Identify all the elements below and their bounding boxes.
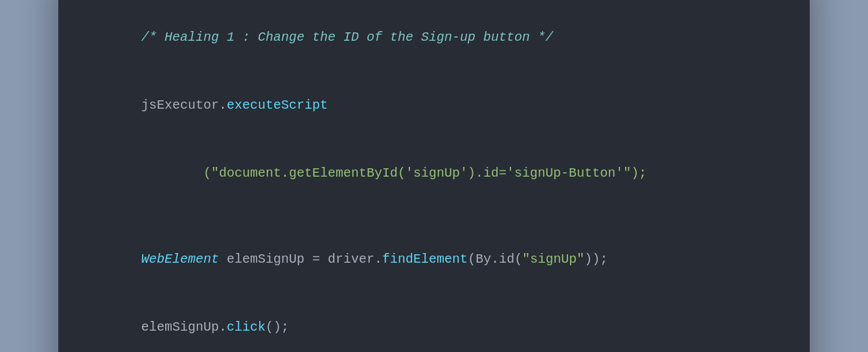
line5-plain3: ));	[584, 252, 608, 267]
code-line-5: WebElement elemSignUp = driver.findEleme…	[95, 225, 773, 293]
line5-plain: elemSignUp = driver.	[219, 252, 382, 267]
line3-string: ("document.getElementById('signUp').id='…	[141, 166, 646, 181]
code-line-3: ("document.getElementById('signUp').id='…	[95, 139, 773, 207]
line6-method: click	[227, 320, 266, 335]
line2-plain: jsExecutor.	[141, 98, 227, 113]
code-window: /* Healing 1 : Change the ID of the Sign…	[58, 0, 810, 352]
line5-plain2: (By.id(	[468, 252, 522, 267]
code-line-2: jsExecutor.executeScript	[95, 71, 773, 139]
line5-method: findElement	[382, 252, 468, 267]
code-comment-line: /* Healing 1 : Change the ID of the Sign…	[95, 3, 773, 71]
line6-plain2: ();	[266, 320, 289, 335]
line5-type: WebElement	[141, 252, 219, 267]
line5-string: "signUp"	[522, 252, 584, 267]
code-area: /* Healing 1 : Change the ID of the Sign…	[58, 0, 810, 352]
comment-text: /* Healing 1 : Change the ID of the Sign…	[141, 30, 553, 45]
line6-plain: elemSignUp.	[141, 320, 227, 335]
line2-method: executeScript	[227, 98, 328, 113]
code-line-6: elemSignUp.click();	[95, 293, 773, 353]
blank-line	[95, 207, 773, 225]
